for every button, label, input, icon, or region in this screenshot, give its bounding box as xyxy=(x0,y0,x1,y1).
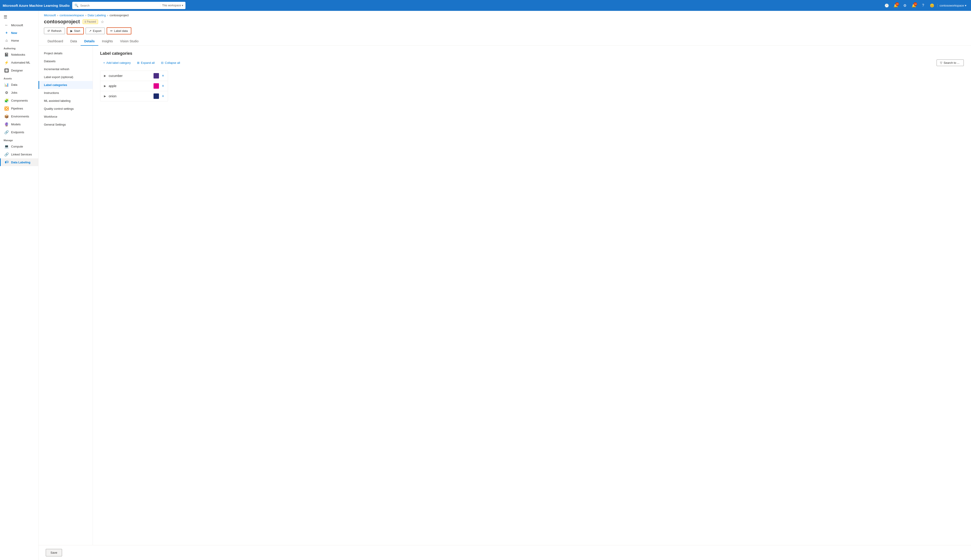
left-panel-datasets[interactable]: Datasets xyxy=(38,57,93,65)
add-icon: + xyxy=(103,61,105,65)
breadcrumb-workspace[interactable]: contosoworkspace xyxy=(60,13,84,17)
favorite-star[interactable]: ☆ xyxy=(101,20,104,24)
left-panel-project-details[interactable]: Project details xyxy=(38,49,93,57)
status-label: Paused xyxy=(87,20,96,23)
collapse-all-button[interactable]: ⊟ Collapse all xyxy=(158,60,183,66)
sidebar-item-data-labeling[interactable]: 🏷 Data Labeling xyxy=(0,158,38,166)
start-button[interactable]: ▶ Start xyxy=(67,27,84,34)
user-icon-btn[interactable]: 😊 xyxy=(928,2,936,9)
label-color-cucumber[interactable] xyxy=(154,73,159,78)
add-sublabel-onion-button[interactable]: + xyxy=(162,94,164,98)
left-panel: Project details Datasets Incremental ref… xyxy=(38,46,93,545)
sidebar-notebooks-label: Notebooks xyxy=(11,53,25,56)
expand-cucumber-icon[interactable]: ▶ xyxy=(104,74,106,77)
refresh-icon: ↺ xyxy=(47,29,50,33)
alerts-btn[interactable]: 🔔 14 xyxy=(910,2,918,9)
sidebar-item-new[interactable]: + New xyxy=(0,29,38,37)
save-button[interactable]: Save xyxy=(46,549,62,557)
notifications-btn[interactable]: 🔔 23 xyxy=(892,2,899,9)
label-list: ▶ cucumber + ▶ apple + ▶ xyxy=(100,71,168,102)
breadcrumb-data-labeling[interactable]: Data Labeling xyxy=(88,13,106,17)
sidebar-home-label: Home xyxy=(11,39,19,42)
search-input[interactable] xyxy=(80,4,158,7)
left-panel-label-categories[interactable]: Label categories xyxy=(38,81,93,89)
add-sublabel-apple-button[interactable]: + xyxy=(162,84,164,88)
left-panel-workforce[interactable]: Workforce xyxy=(38,113,93,121)
sidebar-item-jobs[interactable]: ⚙ Jobs xyxy=(0,89,38,97)
refresh-button[interactable]: ↺ Refresh xyxy=(44,28,65,34)
tab-insights[interactable]: Insights xyxy=(98,37,116,46)
expand-all-button[interactable]: ⊞ Expand all xyxy=(134,60,158,66)
page-title-row: contosoproject ℹ Paused ☆ xyxy=(44,19,966,25)
sidebar-item-data[interactable]: 📊 Data xyxy=(0,81,38,89)
tab-details[interactable]: Details xyxy=(80,37,98,46)
environments-icon: 📦 xyxy=(4,114,9,118)
left-panel-label-export[interactable]: Label export (optional) xyxy=(38,73,93,81)
pipelines-icon: 🔀 xyxy=(4,106,9,111)
breadcrumb: Microsoft › contosoworkspace › Data Labe… xyxy=(38,11,971,19)
sidebar-item-pipelines[interactable]: 🔀 Pipelines xyxy=(0,105,38,112)
export-button[interactable]: ↗ Export xyxy=(85,28,105,34)
expand-onion-icon[interactable]: ▶ xyxy=(104,95,106,98)
left-panel-general-settings[interactable]: General Settings xyxy=(38,121,93,128)
sidebar-item-notebooks[interactable]: 📓 Notebooks xyxy=(0,51,38,58)
add-sublabel-cucumber-button[interactable]: + xyxy=(162,73,164,78)
data-labeling-icon: 🏷 xyxy=(4,160,9,164)
sidebar-back-label: Microsoft xyxy=(11,23,23,27)
left-panel-quality-control[interactable]: Quality control settings xyxy=(38,105,93,113)
page-title: contosoproject xyxy=(44,19,80,25)
left-panel-incremental-refresh[interactable]: Incremental refresh xyxy=(38,65,93,73)
search-filter-label: Search to ... xyxy=(944,61,959,65)
breadcrumb-sep-1: › xyxy=(57,13,58,17)
breadcrumb-microsoft[interactable]: Microsoft xyxy=(44,13,56,17)
label-color-apple[interactable] xyxy=(154,83,159,89)
compute-icon: 💻 xyxy=(4,144,9,149)
expand-apple-icon[interactable]: ▶ xyxy=(104,84,106,88)
tab-dashboard[interactable]: Dashboard xyxy=(44,37,67,46)
sidebar-item-endpoints[interactable]: 🔗 Endpoints xyxy=(0,128,38,136)
data-icon: 📊 xyxy=(4,83,9,87)
save-area: Save xyxy=(38,545,971,560)
sidebar-item-designer[interactable]: 🔲 Designer xyxy=(0,67,38,75)
export-icon: ↗ xyxy=(89,29,92,33)
clock-icon-btn[interactable]: 🕐 xyxy=(883,2,891,9)
notifications-badge: 23 xyxy=(895,2,899,6)
sidebar-item-components[interactable]: 🧩 Components xyxy=(0,97,38,105)
search-filter-button[interactable]: ▽ Search to ... xyxy=(937,60,964,66)
tab-vision-studio[interactable]: Vision Studio xyxy=(116,37,142,46)
help-btn[interactable]: ? xyxy=(919,2,927,9)
tab-data[interactable]: Data xyxy=(67,37,81,46)
search-bar[interactable]: 🔍 This workspace ▾ xyxy=(72,2,186,9)
sidebar-item-home[interactable]: ⌂ Home xyxy=(0,37,38,44)
hamburger-menu[interactable]: ☰ xyxy=(0,13,38,21)
label-color-onion[interactable] xyxy=(154,93,159,99)
user-account[interactable]: contosoworkspace ▾ xyxy=(938,4,968,7)
notebooks-icon: 📓 xyxy=(4,52,9,57)
sidebar-new-label: New xyxy=(11,31,17,35)
plus-icon: + xyxy=(4,31,9,35)
sidebar-item-environments[interactable]: 📦 Environments xyxy=(0,112,38,120)
collapse-icon: ⊟ xyxy=(161,61,164,65)
left-panel-ml-assisted[interactable]: ML assisted labeling xyxy=(38,97,93,105)
sidebar-item-automated-ml[interactable]: ⚡ Automated ML xyxy=(0,58,38,67)
breadcrumb-current: contosoproject xyxy=(110,13,129,17)
label-name-apple: apple xyxy=(109,84,151,88)
sidebar-models-label: Models xyxy=(11,123,21,126)
sidebar-item-compute[interactable]: 💻 Compute xyxy=(0,143,38,150)
refresh-label: Refresh xyxy=(51,29,62,33)
search-scope[interactable]: This workspace ▾ xyxy=(160,4,183,7)
back-icon: ← xyxy=(4,23,9,27)
add-label-category-button[interactable]: + Add label category xyxy=(100,60,134,66)
breadcrumb-sep-2: › xyxy=(85,13,86,17)
label-data-label: Label data xyxy=(114,29,128,33)
sidebar-pipelines-label: Pipelines xyxy=(11,107,23,110)
sidebar-item-linked-services[interactable]: 🔗 Linked Services xyxy=(0,150,38,158)
sidebar-item-back[interactable]: ← Microsoft xyxy=(0,21,38,29)
app-brand: Microsoft Azure Machine Learning Studio xyxy=(3,3,70,7)
left-panel-instructions[interactable]: Instructions xyxy=(38,89,93,97)
sidebar-item-models[interactable]: 🔮 Models xyxy=(0,120,38,128)
label-data-button[interactable]: ✏ Label data xyxy=(107,27,132,34)
sidebar-endpoints-label: Endpoints xyxy=(11,130,24,134)
content-area: Project details Datasets Incremental ref… xyxy=(38,46,971,545)
settings-btn[interactable]: ⚙ xyxy=(901,2,909,9)
